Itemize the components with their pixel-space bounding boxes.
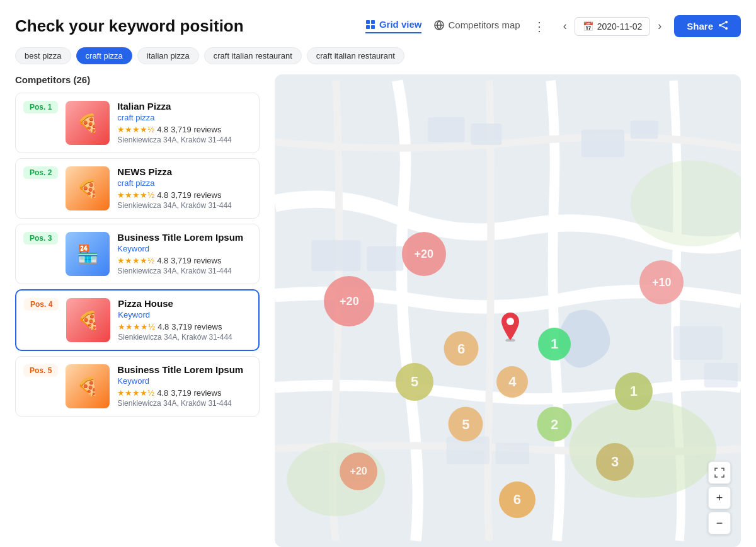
keyword-tag-2[interactable]: italian pizza bbox=[137, 47, 199, 64]
card-address-4: Sienkiewicza 34A, Kraków 31-444 bbox=[117, 399, 251, 408]
card-info-4: Business Title Lorem Ipsum Keyword ★★★★½… bbox=[117, 364, 251, 408]
keyword-tag-4[interactable]: craft italian restaurant bbox=[307, 47, 404, 64]
card-name-4: Business Title Lorem Ipsum bbox=[117, 364, 251, 375]
card-keyword-0: craft pizza bbox=[117, 113, 251, 122]
tab-grid[interactable]: Grid view bbox=[365, 19, 422, 33]
map-container[interactable]: +20+20+10614552+20136 + − bbox=[275, 74, 741, 547]
keyword-tag-1[interactable]: craft pizza bbox=[76, 47, 132, 64]
map-marker-9[interactable]: +20 bbox=[340, 452, 377, 490]
map-marker-6[interactable]: 5 bbox=[396, 363, 433, 401]
card-address-1: Sienkiewicza 34A, Kraków 31-444 bbox=[117, 201, 251, 210]
center-pin bbox=[499, 311, 522, 344]
pos-badge-4: Pos. 5 bbox=[23, 364, 58, 377]
svg-point-5 bbox=[725, 21, 728, 23]
card-name-1: NEWS Pizza bbox=[117, 166, 251, 177]
svg-rect-0 bbox=[366, 20, 370, 24]
card-info-0: Italian Pizza craft pizza ★★★★½ 4.8 3,71… bbox=[117, 101, 251, 144]
svg-rect-3 bbox=[371, 25, 375, 29]
grid-icon bbox=[365, 20, 375, 30]
card-keyword-1: craft pizza bbox=[117, 178, 251, 188]
card-info-2: Business Title Lorem Ipsum Keyword ★★★★½… bbox=[117, 232, 251, 275]
svg-rect-1 bbox=[371, 20, 375, 24]
card-image-4: 🍕 bbox=[66, 364, 110, 408]
map-controls: + − bbox=[708, 461, 731, 534]
card-rating-4: ★★★★½ 4.8 3,719 reviews bbox=[117, 388, 251, 398]
pos-badge-2: Pos. 3 bbox=[23, 232, 58, 245]
card-rating-2: ★★★★½ 4.8 3,719 reviews bbox=[117, 256, 251, 265]
share-icon bbox=[718, 20, 728, 32]
date-navigation: ‹ 📅 2020-11-02 › bbox=[558, 17, 667, 36]
card-address-3: Sienkiewicza 34A, Kraków 31-444 bbox=[118, 333, 251, 342]
card-name-3: Pizza House bbox=[118, 298, 251, 309]
pos-badge-0: Pos. 1 bbox=[23, 101, 58, 113]
map-icon bbox=[434, 20, 444, 30]
card-name-0: Italian Pizza bbox=[117, 101, 251, 112]
competitor-card-1[interactable]: Pos. 2 🍕 NEWS Pizza craft pizza ★★★★½ 4.… bbox=[15, 158, 260, 219]
date-input[interactable]: 📅 2020-11-02 bbox=[575, 17, 651, 36]
card-rating-1: ★★★★½ 4.8 3,719 reviews bbox=[117, 190, 251, 200]
stars-0: ★★★★½ bbox=[117, 125, 154, 134]
card-left-0: Pos. 1 bbox=[23, 101, 58, 113]
card-name-2: Business Title Lorem Ipsum bbox=[117, 232, 251, 243]
svg-point-23 bbox=[507, 318, 514, 325]
map-marker-8[interactable]: 2 bbox=[537, 407, 572, 442]
card-info-1: NEWS Pizza craft pizza ★★★★½ 4.8 3,719 r… bbox=[117, 166, 251, 210]
map-marker-11[interactable]: 3 bbox=[596, 443, 634, 481]
card-keyword-3: Keyword bbox=[118, 310, 251, 320]
svg-point-6 bbox=[719, 24, 721, 26]
stars-4: ★★★★½ bbox=[117, 388, 154, 398]
card-rating-3: ★★★★½ 4.8 3,719 reviews bbox=[118, 322, 251, 331]
zoom-out-button[interactable]: − bbox=[708, 512, 731, 534]
card-image-3: 🍕 bbox=[66, 298, 110, 342]
card-image-0: 🍕 bbox=[66, 101, 110, 145]
card-address-2: Sienkiewicza 34A, Kraków 31-444 bbox=[117, 267, 251, 275]
map-marker-10[interactable]: 1 bbox=[615, 372, 653, 410]
date-next-button[interactable]: › bbox=[653, 17, 667, 35]
page-title: Check your keyword position bbox=[15, 16, 244, 36]
card-address-0: Sienkiewicza 34A, Kraków 31-444 bbox=[117, 135, 251, 144]
stars-1: ★★★★½ bbox=[117, 190, 154, 200]
competitors-sidebar: Competitors (26) Pos. 1 🍕 Italian Pizza … bbox=[15, 74, 267, 547]
more-button[interactable]: ⋮ bbox=[528, 16, 551, 37]
stars-3: ★★★★½ bbox=[118, 322, 155, 331]
map-marker-4[interactable]: 1 bbox=[538, 328, 571, 360]
map-marker-2[interactable]: +10 bbox=[639, 260, 684, 304]
map-marker-1[interactable]: +20 bbox=[324, 276, 374, 326]
card-image-2: 🏪 bbox=[66, 232, 110, 276]
calendar-icon: 📅 bbox=[583, 21, 593, 32]
card-left-4: Pos. 5 bbox=[23, 364, 58, 377]
tab-competitors-map[interactable]: Competitors map bbox=[434, 20, 520, 33]
map-marker-12[interactable]: 6 bbox=[499, 481, 536, 518]
card-keyword-2: Keyword bbox=[117, 244, 251, 253]
share-button[interactable]: Share bbox=[674, 15, 741, 37]
card-rating-0: ★★★★½ 4.8 3,719 reviews bbox=[117, 125, 251, 134]
card-left-1: Pos. 2 bbox=[23, 166, 58, 179]
svg-rect-2 bbox=[366, 25, 370, 29]
svg-point-7 bbox=[725, 27, 728, 30]
card-info-3: Pizza House Keyword ★★★★½ 4.8 3,719 revi… bbox=[118, 298, 251, 342]
pos-badge-3: Pos. 4 bbox=[24, 298, 59, 311]
stars-2: ★★★★½ bbox=[117, 256, 154, 265]
competitor-card-4[interactable]: Pos. 5 🍕 Business Title Lorem Ipsum Keyw… bbox=[15, 356, 260, 417]
competitor-card-3[interactable]: Pos. 4 🍕 Pizza House Keyword ★★★★½ 4.8 3… bbox=[15, 289, 260, 351]
keyword-tag-3[interactable]: craft italian restaurant bbox=[204, 47, 302, 64]
card-image-1: 🍕 bbox=[66, 166, 110, 210]
card-left-2: Pos. 3 bbox=[23, 232, 58, 245]
competitor-card-2[interactable]: Pos. 3 🏪 Business Title Lorem Ipsum Keyw… bbox=[15, 224, 260, 284]
pos-badge-1: Pos. 2 bbox=[23, 166, 58, 179]
zoom-in-button[interactable]: + bbox=[708, 487, 731, 509]
keyword-tag-0[interactable]: best pizza bbox=[15, 47, 71, 64]
tabs: Grid view Competitors map bbox=[365, 19, 520, 33]
map-marker-7[interactable]: 5 bbox=[449, 407, 483, 442]
card-keyword-4: Keyword bbox=[117, 376, 251, 386]
fullscreen-button[interactable] bbox=[708, 461, 731, 484]
map-marker-3[interactable]: 6 bbox=[444, 331, 479, 366]
date-prev-button[interactable]: ‹ bbox=[558, 17, 572, 35]
card-left-3: Pos. 4 bbox=[24, 298, 59, 311]
competitor-card-0[interactable]: Pos. 1 🍕 Italian Pizza craft pizza ★★★★½… bbox=[15, 93, 260, 153]
map-marker-5[interactable]: 4 bbox=[496, 366, 528, 398]
keywords-bar: best pizza craft pizza italian pizza cra… bbox=[15, 47, 741, 64]
competitors-heading: Competitors (26) bbox=[15, 74, 260, 85]
map-marker-0[interactable]: +20 bbox=[402, 232, 446, 276]
